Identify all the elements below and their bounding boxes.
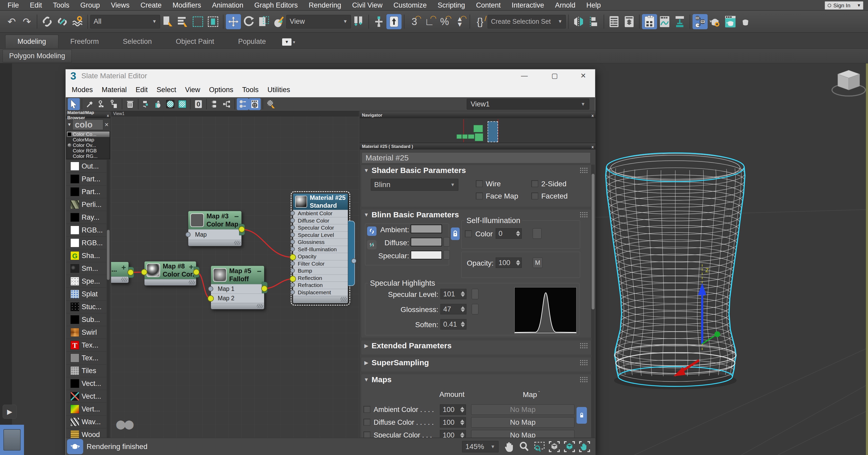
- browser-item[interactable]: RGB...: [66, 237, 106, 249]
- suggestion-item[interactable]: Color Co...: [67, 131, 110, 137]
- drag-grip-icon[interactable]: [580, 360, 587, 366]
- search-input[interactable]: colo: [72, 120, 103, 130]
- browser-scrollbar[interactable]: [106, 160, 110, 438]
- ribbon-flyout-caret[interactable]: ▾: [293, 40, 295, 44]
- put-material-to-scene-button[interactable]: [108, 98, 120, 110]
- node-map8[interactable]: Map #8Color Cor... +: [144, 261, 196, 286]
- rollout-header[interactable]: ▶SuperSampling: [361, 358, 591, 368]
- map-slot-button[interactable]: No Map: [471, 417, 575, 428]
- redo-button[interactable]: ↷: [19, 14, 34, 29]
- select-object-button[interactable]: [160, 14, 175, 29]
- browser-item[interactable]: Vect...: [66, 390, 106, 403]
- material-slot[interactable]: Glossiness: [293, 239, 348, 246]
- show-shaded-material-in-viewport-button[interactable]: [164, 98, 176, 110]
- close-icon[interactable]: x: [107, 113, 109, 118]
- browser-item[interactable]: Vect...: [66, 377, 106, 390]
- opacity-spinner[interactable]: 100: [496, 257, 522, 268]
- material-slot[interactable]: Filter Color: [293, 260, 348, 267]
- select-and-place-button[interactable]: [271, 14, 286, 29]
- undo-button[interactable]: ↶: [4, 14, 19, 29]
- slate-menu-item[interactable]: Modes: [67, 85, 97, 95]
- lock-diffuse-specular-button[interactable]: [367, 240, 376, 249]
- zoom-extents-selected-icon[interactable]: [562, 439, 577, 454]
- slate-menu-item[interactable]: Options: [205, 85, 238, 95]
- ribbon-minimize-dropdown[interactable]: ▼: [282, 38, 291, 46]
- browser-item[interactable]: Splat: [66, 288, 106, 301]
- select-and-rotate-button[interactable]: [241, 14, 256, 29]
- parameter-editor-toggle[interactable]: [265, 98, 277, 110]
- material-slot[interactable]: Bump: [293, 267, 348, 274]
- browser-item[interactable]: Tex...: [66, 339, 106, 352]
- browser-item[interactable]: Swirl: [66, 326, 106, 339]
- drag-grip-icon[interactable]: [580, 376, 587, 383]
- map-amount-spinner[interactable]: 100: [440, 404, 466, 415]
- rectangular-selection-region-button[interactable]: [190, 14, 206, 29]
- suggestion-item[interactable]: Color Ov...: [67, 143, 110, 148]
- perspective-viewport[interactable]: Z: [595, 63, 868, 455]
- node-material25[interactable]: Material #25Standard Ambient ColorDiffus…: [293, 193, 348, 303]
- toggle-layer-explorer-button[interactable]: [622, 14, 637, 29]
- specular-color-swatch[interactable]: [411, 251, 442, 259]
- minimize-button[interactable]: —: [515, 69, 533, 82]
- schematic-view-button[interactable]: [672, 14, 687, 29]
- input-socket[interactable]: [290, 225, 295, 230]
- unlink-selection-icon[interactable]: [55, 14, 70, 29]
- menu-item[interactable]: Graph Editors: [249, 0, 303, 10]
- input-socket[interactable]: [208, 296, 213, 301]
- spinner-snap-toggle[interactable]: ▲▼◠: [452, 14, 467, 29]
- self-illum-map-button[interactable]: [533, 228, 541, 239]
- input-socket[interactable]: [290, 254, 295, 259]
- material-map-browser-toggle[interactable]: [249, 98, 261, 110]
- render-setup-button[interactable]: [708, 14, 723, 29]
- rendered-frame-window-button[interactable]: [723, 14, 738, 29]
- two-sided-checkbox[interactable]: [531, 180, 538, 187]
- soften-spinner[interactable]: 0.41: [440, 319, 466, 330]
- binoculars-icon[interactable]: ⬤⬤: [116, 419, 132, 429]
- material-slot[interactable]: Specular Color: [293, 224, 348, 232]
- browser-item[interactable]: Part...: [66, 185, 106, 198]
- select-and-manipulate-button[interactable]: [371, 14, 386, 29]
- hide-unused-nodeslots-button[interactable]: [152, 98, 164, 110]
- map-amount-spinner[interactable]: 100: [440, 430, 466, 438]
- lock-maps-icon[interactable]: [577, 407, 587, 424]
- window-crossing-toggle[interactable]: [206, 14, 221, 29]
- input-socket[interactable]: [290, 282, 295, 287]
- faceted-checkbox[interactable]: [531, 192, 538, 199]
- menu-item[interactable]: Rendering: [303, 0, 347, 10]
- input-socket[interactable]: [290, 218, 295, 223]
- menu-item[interactable]: Help: [581, 0, 607, 10]
- browser-item[interactable]: Sha...: [66, 249, 106, 262]
- browser-item[interactable]: Wav...: [66, 416, 106, 428]
- menu-item[interactable]: Views: [105, 0, 135, 10]
- polygon-modeling-panel[interactable]: Polygon Modeling: [3, 50, 72, 62]
- material-output-socket[interactable]: [351, 258, 356, 264]
- close-icon[interactable]: x: [592, 145, 594, 149]
- browser-item[interactable]: Tex...: [66, 352, 106, 364]
- close-button[interactable]: ✕: [574, 69, 592, 82]
- incoming-node-layout-button[interactable]: [209, 98, 221, 110]
- parameter-scrollbar[interactable]: [591, 164, 595, 438]
- material-side-tab[interactable]: [348, 221, 355, 286]
- browser-item[interactable]: Ray...: [66, 211, 106, 224]
- expand-panel-button[interactable]: ▶: [3, 405, 17, 419]
- select-and-link-icon[interactable]: [40, 14, 55, 29]
- rollout-header[interactable]: ▼Shader Basic Parameters: [361, 165, 591, 175]
- slate-menu-item[interactable]: View: [181, 85, 205, 95]
- diffuse-color-swatch[interactable]: [411, 238, 442, 246]
- drag-grip-icon[interactable]: [580, 342, 587, 349]
- material-slot[interactable]: Reflection: [293, 274, 348, 282]
- mirror-button[interactable]: [571, 14, 586, 29]
- input-socket[interactable]: [290, 247, 295, 251]
- browser-item[interactable]: Out...: [66, 160, 106, 173]
- slate-menu-item[interactable]: Utilities: [263, 85, 294, 95]
- opacity-map-button[interactable]: M: [533, 257, 542, 268]
- navigator-header[interactable]: Navigatorx: [360, 113, 595, 118]
- sign-in-button[interactable]: Sign In ▼: [825, 1, 863, 10]
- render-production-button[interactable]: [738, 14, 753, 29]
- node-view[interactable]: ...+ Map #8Color Cor... +: [111, 111, 359, 438]
- ribbon-tab[interactable]: Populate: [226, 35, 278, 48]
- browser-item[interactable]: Stuc...: [66, 301, 106, 313]
- navigator-canvas[interactable]: [360, 118, 595, 143]
- curve-editor-button[interactable]: [657, 14, 672, 29]
- angle-snap-toggle[interactable]: ∟◠: [422, 14, 437, 29]
